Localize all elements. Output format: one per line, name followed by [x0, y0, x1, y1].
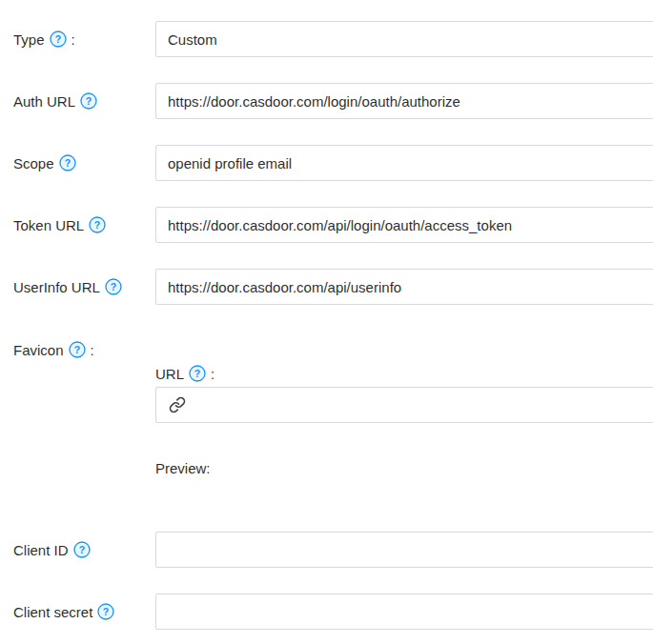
client-secret-field	[155, 594, 653, 630]
client-id-field	[155, 532, 653, 568]
userinfo-url-label: UserInfo URL ?	[13, 269, 127, 305]
token-url-field	[155, 207, 653, 243]
help-icon[interactable]: ?	[73, 541, 91, 558]
favicon-url-field	[155, 387, 653, 423]
help-icon[interactable]: ?	[189, 365, 206, 382]
token-url-label: Token URL ?	[13, 207, 111, 243]
svg-text:?: ?	[194, 368, 200, 379]
auth-url-field	[155, 83, 653, 119]
svg-text:?: ?	[73, 344, 79, 355]
type-label: Type ? :	[13, 21, 75, 57]
svg-text:?: ?	[78, 544, 84, 555]
scope-field	[155, 145, 653, 181]
favicon-label: Favicon ? :	[13, 332, 94, 368]
svg-text:?: ?	[94, 219, 100, 231]
client-id-input[interactable]	[156, 533, 653, 567]
client-id-label: Client ID ?	[13, 532, 95, 568]
auth-url-label: Auth URL ?	[13, 83, 102, 119]
link-icon	[169, 396, 186, 413]
type-select-value: Custom	[156, 31, 229, 48]
svg-text:?: ?	[54, 33, 60, 45]
client-secret-input[interactable]	[156, 594, 653, 629]
client-secret-label: Client secret ?	[13, 594, 119, 630]
help-icon[interactable]: ?	[105, 278, 122, 295]
help-icon[interactable]: ?	[80, 92, 97, 110]
help-icon[interactable]: ?	[97, 603, 114, 620]
type-select[interactable]: Custom	[155, 21, 653, 57]
svg-text:?: ?	[64, 157, 70, 169]
svg-text:?: ?	[103, 606, 109, 617]
userinfo-url-input[interactable]	[156, 270, 653, 304]
scope-label: Scope ?	[13, 145, 81, 181]
token-url-input[interactable]	[156, 208, 653, 242]
provider-edit-form: Type ? : Custom Auth URL ? Scope ? Token…	[0, 0, 653, 644]
svg-text:?: ?	[86, 95, 92, 107]
favicon-url-input[interactable]	[186, 388, 653, 422]
help-icon[interactable]: ?	[69, 341, 86, 358]
scope-input[interactable]	[156, 146, 653, 180]
favicon-preview-label: Preview:	[155, 458, 211, 477]
help-icon[interactable]: ?	[89, 216, 106, 233]
help-icon[interactable]: ?	[59, 154, 76, 171]
auth-url-input[interactable]	[156, 84, 653, 118]
svg-text:?: ?	[111, 281, 116, 292]
favicon-url-label: URL ? :	[155, 364, 214, 383]
userinfo-url-field	[155, 269, 653, 305]
help-icon[interactable]: ?	[50, 30, 67, 48]
